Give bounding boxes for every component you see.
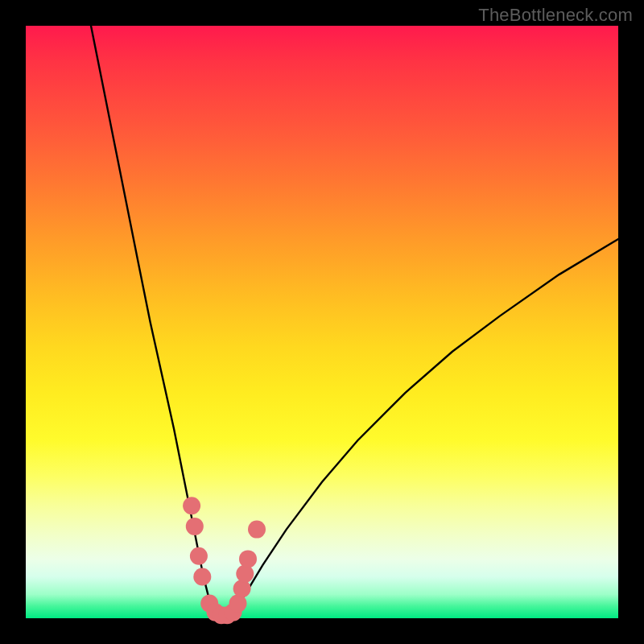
plot-area [26, 26, 618, 618]
curve-marker [186, 518, 204, 535]
curve-marker [190, 547, 208, 565]
curve-marker [248, 521, 266, 539]
curve-marker [239, 550, 257, 568]
chart-svg [26, 26, 618, 618]
curve-markers [183, 497, 266, 624]
curve-marker [183, 497, 200, 514]
watermark-text: TheBottleneck.com [478, 5, 633, 26]
curve-marker [236, 565, 254, 583]
bottleneck-curve [91, 26, 618, 618]
curve-marker [193, 568, 211, 586]
curve-marker [229, 595, 247, 613]
chart-frame: TheBottleneck.com [0, 0, 644, 644]
curve-marker [233, 580, 251, 597]
